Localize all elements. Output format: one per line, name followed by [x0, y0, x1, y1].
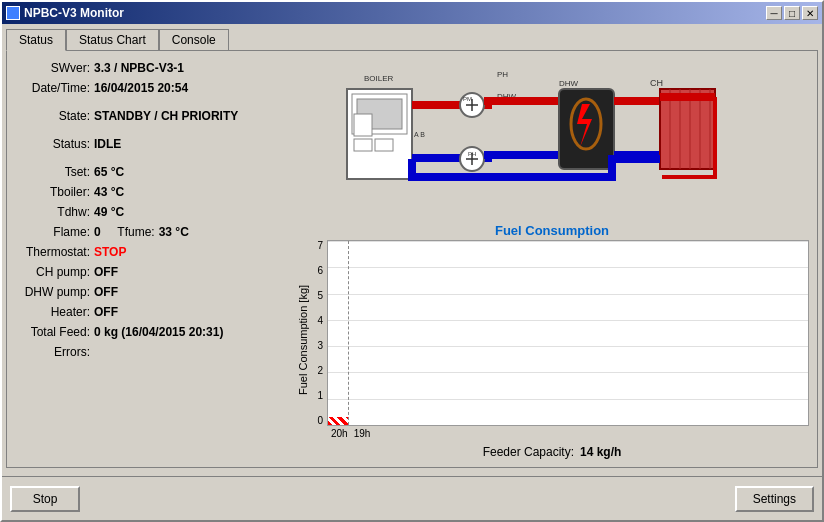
left-panel: SWver: 3.3 / NPBC-V3-1 Date/Time: 16/04/… [15, 59, 285, 459]
tset-value: 65 °C [94, 163, 124, 181]
dhwpump-row: DHW pump: OFF [15, 283, 285, 301]
svg-rect-16 [484, 97, 559, 105]
bottom-bar: Stop Settings [2, 476, 822, 520]
tset-label: Tset: [15, 163, 90, 181]
datetime-label: Date/Time: [15, 79, 90, 97]
x-label-19h: 19h [354, 428, 371, 439]
totalfeed-row: Total Feed: 0 kg (16/04/2015 20:31) [15, 323, 285, 341]
right-panel: BOILER A B [295, 59, 809, 459]
tboiler-label: Tboiler: [15, 183, 90, 201]
feeder-value: 14 kg/h [580, 445, 621, 459]
boiler-diagram: BOILER A B [295, 59, 809, 219]
chart-plot-area [327, 240, 809, 426]
svg-text:CH: CH [650, 78, 663, 88]
tdhw-row: Tdhw: 49 °C [15, 203, 285, 221]
flame-label: Flame: [15, 223, 90, 241]
heater-label: Heater: [15, 303, 90, 321]
swver-value: 3.3 / NPBC-V3-1 [94, 59, 184, 77]
x-label-20h: 20h [331, 428, 348, 439]
y-axis-2: 2 [317, 365, 323, 376]
svg-rect-17 [484, 151, 559, 159]
main-window: NPBC-V3 Monitor ─ □ ✕ Status Status Char… [0, 0, 824, 522]
svg-rect-6 [375, 139, 393, 151]
chpump-label: CH pump: [15, 263, 90, 281]
thermostat-row: Thermostat: STOP [15, 243, 285, 261]
status-row: Status: IDLE [15, 135, 285, 153]
tab-status[interactable]: Status [6, 29, 66, 51]
svg-text:DHW: DHW [559, 79, 579, 88]
app-icon [6, 6, 20, 20]
svg-text:PM: PM [463, 96, 472, 102]
close-button[interactable]: ✕ [802, 6, 818, 20]
tab-bar: Status Status Chart Console [6, 28, 818, 50]
datetime-row: Date/Time: 16/04/2015 20:54 [15, 79, 285, 97]
feeder-row: Feeder Capacity: 14 kg/h [483, 445, 622, 459]
stop-button[interactable]: Stop [10, 486, 80, 512]
state-row: State: STANDBY / CH PRIORITY [15, 107, 285, 125]
dhwpump-value: OFF [94, 283, 118, 301]
chart-y-label: Fuel Consumption [kg] [295, 240, 309, 439]
chpump-row: CH pump: OFF [15, 263, 285, 281]
title-bar: NPBC-V3 Monitor ─ □ ✕ [2, 2, 822, 24]
totalfeed-label: Total Feed: [15, 323, 90, 341]
settings-button[interactable]: Settings [735, 486, 814, 512]
y-axis-7: 7 [317, 240, 323, 251]
tfume-label: Tfume: [105, 223, 155, 241]
svg-text:BOILER: BOILER [364, 74, 394, 83]
heater-value: OFF [94, 303, 118, 321]
heater-row: Heater: OFF [15, 303, 285, 321]
window-title: NPBC-V3 Monitor [24, 6, 124, 20]
datetime-value: 16/04/2015 20:54 [94, 79, 188, 97]
swver-label: SWver: [15, 59, 90, 77]
tset-row: Tset: 65 °C [15, 163, 285, 181]
state-value: STANDBY / CH PRIORITY [94, 107, 238, 125]
minimize-button[interactable]: ─ [766, 6, 782, 20]
svg-rect-5 [354, 139, 372, 151]
svg-rect-4 [354, 114, 372, 136]
svg-text:PH: PH [468, 151, 476, 157]
dhwpump-label: DHW pump: [15, 283, 90, 301]
swver-row: SWver: 3.3 / NPBC-V3-1 [15, 59, 285, 77]
svg-text:A B: A B [414, 131, 425, 138]
svg-rect-23 [614, 97, 659, 105]
thermostat-label: Thermostat: [15, 243, 90, 261]
y-axis-5: 5 [317, 290, 323, 301]
tdhw-value: 49 °C [94, 203, 124, 221]
errors-row: Errors: [15, 343, 285, 361]
svg-text:PH: PH [497, 70, 508, 79]
feeder-label: Feeder Capacity: [483, 445, 574, 459]
y-axis-3: 3 [317, 340, 323, 351]
y-axis-4: 4 [317, 315, 323, 326]
title-bar-text: NPBC-V3 Monitor [6, 6, 124, 20]
chart-container: Fuel Consumption [kg] 7 6 5 4 3 [295, 240, 809, 439]
flame-row: Flame: 0 Tfume: 33 °C [15, 223, 285, 241]
tab-console[interactable]: Console [159, 29, 229, 51]
chart-red-bar [328, 417, 348, 425]
chpump-value: OFF [94, 263, 118, 281]
main-panel: SWver: 3.3 / NPBC-V3-1 Date/Time: 16/04/… [15, 59, 809, 459]
totalfeed-value: 0 kg (16/04/2015 20:31) [94, 323, 223, 341]
state-label: State: [15, 107, 90, 125]
tab-content-status: SWver: 3.3 / NPBC-V3-1 Date/Time: 16/04/… [6, 50, 818, 468]
tab-status-chart[interactable]: Status Chart [66, 29, 159, 51]
maximize-button[interactable]: □ [784, 6, 800, 20]
y-axis-1: 1 [317, 390, 323, 401]
thermostat-value: STOP [94, 243, 126, 261]
flame-value: 0 [94, 223, 101, 241]
y-axis-0: 0 [317, 415, 323, 426]
y-axis-6: 6 [317, 265, 323, 276]
tboiler-value: 43 °C [94, 183, 124, 201]
status-label: Status: [15, 135, 90, 153]
tfume-value: 33 °C [159, 223, 189, 241]
status-value: IDLE [94, 135, 121, 153]
tdhw-label: Tdhw: [15, 203, 90, 221]
content-area: Status Status Chart Console SWver: 3.3 /… [2, 24, 822, 472]
tboiler-row: Tboiler: 43 °C [15, 183, 285, 201]
title-buttons: ─ □ ✕ [766, 6, 818, 20]
errors-label: Errors: [15, 343, 90, 361]
fuel-consumption-title: Fuel Consumption [295, 223, 809, 238]
